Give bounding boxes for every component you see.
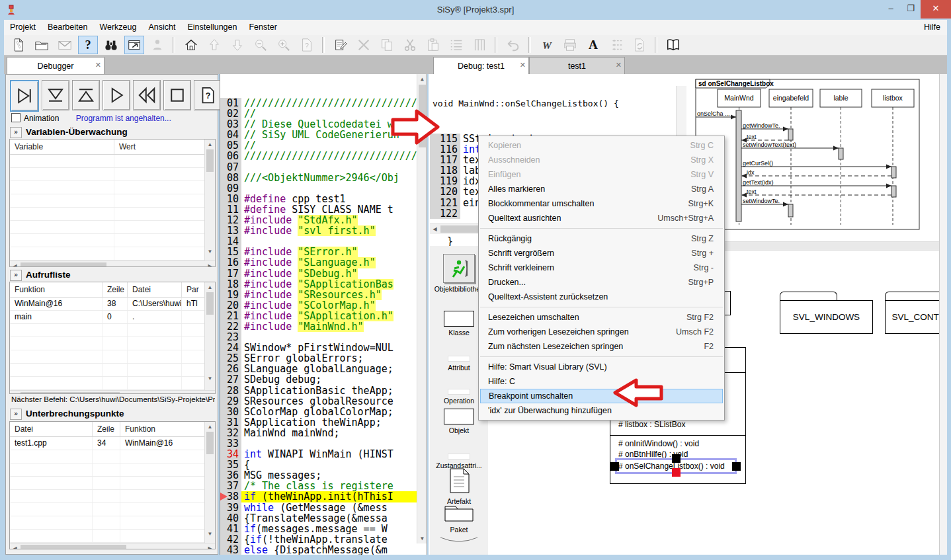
collapse-icon[interactable]: » [10,127,22,138]
step-back-button[interactable] [133,80,161,110]
menu-item-fenster[interactable]: Fenster [243,20,282,32]
menu-item-ansicht[interactable]: Ansicht [142,20,181,32]
code-line[interactable]: 33 [220,438,427,449]
run-button[interactable] [103,80,130,110]
menu-item-hilfe[interactable]: Hilfe [924,22,940,32]
search-binoculars-icon[interactable] [101,36,121,54]
help-source-button[interactable]: ? [194,80,222,110]
code-line[interactable]: 24SWindow* pFirstWindow=NUL [220,342,427,353]
context-menu-item[interactable]: Quelltext-Assistent zurücksetzen [479,290,724,304]
title-bar[interactable]: SiSy® [Projekt3.spr] – ❐ ✕ [0,0,951,20]
mail-icon[interactable] [55,36,75,54]
animation-checkbox[interactable] [11,113,21,122]
code-line[interactable]: 36MSG messages; [220,470,427,481]
close-button[interactable]: ✕ [921,0,951,19]
package-tab[interactable] [885,292,944,301]
context-menu-item[interactable]: Hilfe: C [479,374,724,389]
table-row[interactable]: test1.cpp34WinMain@16 [10,437,215,450]
arrow-up-icon[interactable] [204,36,224,54]
code-line[interactable]: 42{if(!theWinApp.translate [220,534,427,545]
open-folder-icon[interactable] [32,36,52,54]
context-menu-item[interactable]: Schrift vergrößernStrg + [479,246,724,260]
callstack-table[interactable]: FunktionZeileDateiParWinMain@1638C:\User… [9,282,216,394]
package-svl-windows[interactable]: SVL_WINDOWS [780,300,873,334]
help-icon[interactable]: ? [78,36,98,54]
list-icon[interactable] [446,36,466,54]
zoom-in-icon[interactable] [274,36,294,54]
code-line[interactable]: 32MainWnd mainWnd; [220,428,427,438]
selection-handle[interactable] [732,462,741,471]
palette-item-artefakt[interactable]: Artefakt [430,467,488,505]
code-line[interactable]: 18#include "SApplicationBas [220,279,427,290]
context-menu-item[interactable]: Hilfe: Smart Visual Library (SVL) [479,360,724,374]
table-row[interactable]: main0. [10,311,215,324]
cut-icon[interactable] [400,36,420,54]
context-menu-item[interactable]: Blockkommentar umschaltenStrg+K [479,196,724,211]
tab-close-icon[interactable]: ✕ [95,56,101,73]
context-menu-item[interactable]: KopierenStrg C [479,138,724,153]
context-menu-item[interactable]: Schrift verkleinernStrg - [479,260,724,275]
stop-button[interactable] [163,80,191,110]
class-attribute[interactable]: # listbox : SListBox [618,420,685,429]
code-line[interactable]: 19#include "SResources.h" [220,290,427,300]
scroll-down-icon[interactable]: ▼ [417,534,427,543]
tab-close-icon[interactable]: ✕ [520,56,526,73]
word-export-icon[interactable]: W [537,36,557,54]
code-line[interactable]: 23 [220,332,427,342]
code-line[interactable]: 41if(messages.message == W [220,524,427,534]
code-line[interactable]: 28SApplicationBasic theApp; [220,385,427,396]
step-over-button[interactable] [42,80,69,110]
code-line[interactable]: 08///<ObjektNummer>2946</Obj [220,173,427,183]
selection-handle[interactable] [610,462,619,471]
section-variables[interactable]: »Variablen-Überwachung [10,127,128,138]
code-line[interactable]: 43else {DispatchMessage(&m [220,545,427,555]
tab-close-icon[interactable]: ✕ [616,56,622,73]
arrow-down-icon[interactable] [227,36,247,54]
menu-item-projekt[interactable]: Projekt [4,20,42,32]
breakpoints-table[interactable]: DateiZeileFunktiontest1.cpp34WinMain@16▲… [9,421,216,549]
palette-item-paket[interactable]: Paket [430,502,488,534]
menu-item-bearbeiten[interactable]: Bearbeiten [42,20,93,32]
step-out-button[interactable] [72,80,100,110]
columns-icon[interactable] [470,36,489,54]
scroll-left-icon[interactable]: ◀ [430,224,440,234]
class-operation[interactable]: # onInitWindow() : void [618,439,699,448]
code-line[interactable]: 31SApplication theWinApp; [220,417,427,428]
menu-item-einstellungen[interactable]: Einstellungen [181,20,243,32]
code-line[interactable]: 06//////////////////////////////// [220,151,427,161]
code-line[interactable]: 38if (theWinApp.init(hThisI [220,491,427,502]
page-refresh-icon[interactable] [630,36,649,54]
palette-more-icon[interactable] [439,536,479,543]
code-line[interactable]: 17#include "SDebug.h" [220,268,427,279]
code-line[interactable]: 12#include "StdAfx.h" [220,215,427,225]
section-breakpoints[interactable]: »Unterbrechungspunkte [10,409,124,420]
code-line[interactable]: 01//////////////////////////////// [220,98,427,108]
context-menu-item[interactable]: Alles markierenStrg A [479,182,724,196]
code-line[interactable]: 09 [220,183,427,194]
context-menu-item[interactable]: RückgängigStrg Z [479,231,724,246]
code-line[interactable]: 11#define SISY_CLASS_NAME t [220,204,427,215]
home-icon[interactable] [181,36,201,54]
tab-test1[interactable]: test1✕ [529,57,625,74]
tab-debug-test1[interactable]: Debug: test1✕ [433,57,529,74]
collapse-icon[interactable]: » [10,270,22,281]
code-line[interactable]: 07 [220,162,427,173]
code-line[interactable]: 39while (GetMessage (&mess [220,502,427,513]
maximize-button[interactable]: ❐ [901,0,921,19]
code-line[interactable]: 34int WINAPI WinMain (HINST [220,449,427,460]
table-row[interactable]: WinMain@1638C:\Users\huwi\...hTl [10,298,215,311]
table-vscrollbar[interactable]: ▲▼ [204,422,215,549]
table-hscrollbar[interactable]: ◀▶ [10,543,215,549]
page-question-icon[interactable]: ? [297,36,317,54]
selection-handle[interactable] [672,454,681,463]
context-menu-item[interactable]: Lesezeichen umschaltenStrg F2 [479,310,724,325]
section-callstack[interactable]: »Aufrufliste [10,270,71,281]
code-line[interactable]: 10#define cpp_test1 [220,194,427,204]
context-menu-item[interactable]: Zum vorherigen Lesezeichen springenUmsch… [479,325,724,339]
undo-icon[interactable] [503,36,523,54]
code-line[interactable]: 25SError globalErrors; [220,353,427,364]
code-line[interactable]: 35{ [220,460,427,470]
sequence-diagram[interactable]: sd onSelChangeListboxMainWndeingabefeldl… [688,74,947,241]
table-vscrollbar[interactable]: ▲▼ [204,282,215,393]
print-icon[interactable] [560,36,580,54]
